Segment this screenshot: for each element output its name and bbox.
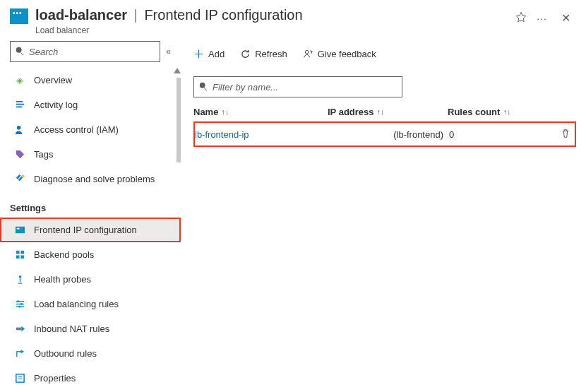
sidebar-item-label: Tags (34, 149, 53, 160)
svg-rect-3 (16, 251, 19, 254)
sidebar-item-activity-log[interactable]: Activity log (0, 93, 181, 117)
svg-rect-11 (16, 328, 21, 331)
delete-icon[interactable] (561, 130, 570, 141)
sidebar-item-label: Frontend IP configuration (34, 225, 137, 235)
svg-point-10 (18, 306, 20, 308)
sort-icon: ↑↓ (503, 107, 510, 116)
diagnose-icon (14, 174, 25, 185)
frontend-ip-icon (14, 225, 25, 236)
main-content: Add Refresh Give feedback Name ↑↓ (181, 35, 586, 391)
sidebar-item-label: Outbound rules (34, 348, 97, 359)
iam-icon (14, 124, 25, 136)
health-probes-icon (14, 274, 25, 285)
sidebar-item-tags[interactable]: Tags (0, 142, 181, 167)
svg-point-9 (20, 303, 22, 305)
sidebar-search-input[interactable] (29, 47, 155, 57)
overview-icon: ◈ (14, 75, 25, 86)
sidebar-item-lb-rules[interactable]: Load balancing rules (0, 292, 181, 316)
feedback-button[interactable]: Give feedback (303, 49, 376, 59)
sidebar-item-label: Backend pools (34, 249, 94, 260)
more-menu-icon[interactable]: ··· (537, 13, 547, 24)
add-button[interactable]: Add (193, 49, 225, 59)
sidebar-item-properties[interactable]: Properties (0, 366, 181, 391)
sidebar-section-settings: Settings (0, 191, 181, 218)
page-header: load-balancer | Frontend IP configuratio… (0, 0, 586, 35)
header-titles: load-balancer | Frontend IP configuratio… (35, 6, 508, 35)
sidebar-item-label: Properties (34, 373, 76, 384)
svg-rect-4 (20, 251, 24, 254)
table-row[interactable]: lb-frontend-ip (lb-frontend) 0 (193, 121, 576, 147)
svg-point-0 (16, 126, 20, 130)
sidebar-item-label: Inbound NAT rules (34, 323, 109, 334)
frontend-ip-link[interactable]: lb-frontend-ip (195, 129, 249, 140)
inbound-nat-icon (14, 323, 25, 335)
column-header-rules[interactable]: Rules count ↑↓ (448, 107, 576, 117)
scroll-up-icon[interactable] (174, 68, 181, 73)
tags-icon (14, 149, 25, 160)
lb-rules-icon (14, 299, 25, 310)
sidebar-item-diagnose[interactable]: Diagnose and solve problems (0, 167, 181, 191)
properties-icon (14, 373, 25, 384)
sidebar-item-label: Health probes (34, 274, 91, 285)
refresh-label: Refresh (255, 49, 287, 59)
svg-rect-1 (15, 227, 24, 233)
svg-rect-12 (16, 374, 23, 382)
svg-point-7 (18, 275, 21, 278)
sidebar-item-outbound-rules[interactable]: Outbound rules (0, 341, 181, 366)
sidebar-item-label: Access control (IAM) (34, 124, 119, 135)
title-divider: | (134, 7, 138, 23)
sort-icon: ↑↓ (377, 107, 385, 116)
sort-icon: ↑↓ (221, 107, 229, 116)
sidebar-item-backend-pools[interactable]: Backend pools (0, 242, 181, 267)
sidebar-item-access-control[interactable]: Access control (IAM) (0, 117, 181, 142)
sidebar: « ◈ Overview Activity log Access control… (0, 35, 181, 391)
sidebar-item-label: Diagnose and solve problems (34, 174, 155, 184)
sidebar-item-health-probes[interactable]: Health probes (0, 267, 181, 292)
svg-point-14 (305, 50, 309, 54)
cell-rules: 0 (449, 129, 554, 140)
backend-pools-icon (14, 249, 25, 261)
filter-input[interactable] (213, 82, 397, 93)
page-subtitle: Frontend IP configuration (144, 7, 302, 23)
load-balancer-icon (10, 8, 28, 24)
filter-by-name[interactable] (193, 76, 402, 97)
column-header-ip[interactable]: IP address ↑↓ (328, 107, 448, 117)
feedback-label: Give feedback (318, 49, 376, 59)
sidebar-item-label: Activity log (34, 100, 78, 110)
collapse-sidebar-icon[interactable]: « (166, 47, 171, 57)
sidebar-item-overview[interactable]: ◈ Overview (0, 68, 181, 93)
svg-rect-5 (16, 255, 19, 259)
sidebar-search[interactable] (10, 41, 160, 62)
feedback-icon (303, 49, 313, 59)
search-icon (15, 46, 25, 58)
refresh-icon (240, 49, 251, 59)
header-actions: ··· ✕ (515, 6, 575, 26)
close-icon[interactable]: ✕ (557, 10, 575, 26)
outbound-rules-icon (14, 348, 25, 360)
refresh-button[interactable]: Refresh (240, 49, 287, 59)
cell-ip: (lb-frontend) (329, 129, 449, 140)
add-label: Add (208, 49, 225, 59)
table-header: Name ↑↓ IP address ↑↓ Rules count ↑↓ (193, 97, 576, 119)
column-header-name[interactable]: Name ↑↓ (193, 107, 328, 117)
sidebar-item-frontend-ip[interactable]: Frontend IP configuration (0, 218, 181, 242)
sidebar-item-label: Overview (34, 75, 72, 85)
favorite-star-icon[interactable] (515, 11, 527, 25)
resource-name: load-balancer (35, 7, 127, 23)
activity-log-icon (14, 100, 25, 111)
page-title: load-balancer | Frontend IP configuratio… (35, 6, 508, 24)
sidebar-item-inbound-nat[interactable]: Inbound NAT rules (0, 316, 181, 341)
svg-rect-6 (20, 255, 24, 259)
search-icon (198, 81, 208, 93)
svg-rect-2 (16, 228, 19, 230)
sidebar-item-label: Load balancing rules (34, 299, 119, 309)
toolbar: Add Refresh Give feedback (193, 41, 576, 66)
svg-point-8 (17, 300, 19, 302)
resource-type: Load balancer (35, 25, 508, 35)
plus-icon (193, 49, 204, 59)
sidebar-nav[interactable]: ◈ Overview Activity log Access control (… (0, 68, 181, 392)
